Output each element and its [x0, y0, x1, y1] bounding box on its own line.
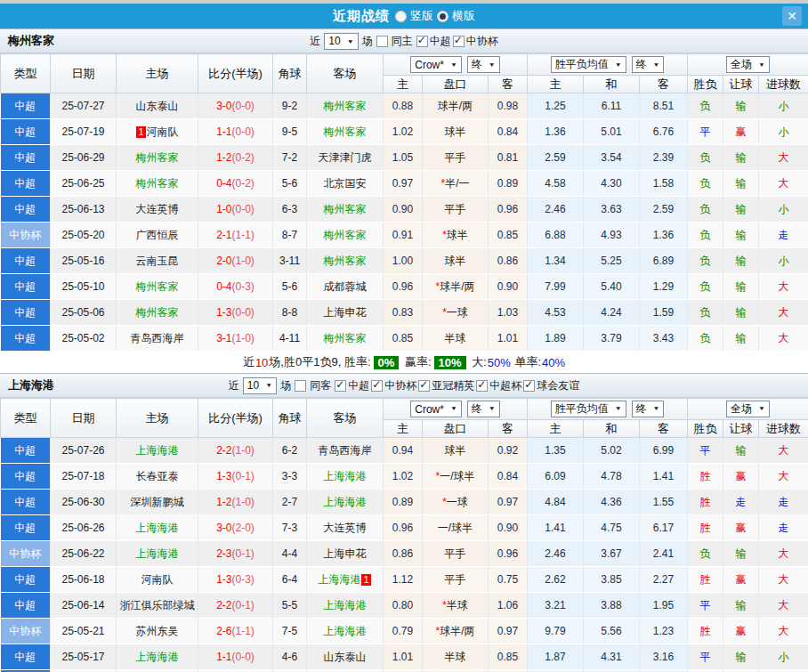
sub-col-goals: 进球数 [759, 420, 808, 438]
summary-part: 单率: [512, 354, 541, 370]
away-team-cell: 成都蓉城 [307, 274, 384, 300]
recent-count-select[interactable]: 10▼ [324, 33, 358, 50]
sub-col-home-odds: 主 [384, 76, 423, 93]
odds-company-select[interactable]: Crow*▼ [410, 401, 462, 417]
europe-lose-cell: 2.41 [640, 541, 688, 567]
layout-radio-selected[interactable] [437, 11, 448, 22]
europe-odds-header: 胜平负均值▼ 终▼ [528, 399, 688, 420]
europe-win-cell: 4.84 [528, 490, 584, 515]
europe-odds-select[interactable]: 胜平负均值▼ [551, 401, 626, 417]
handicap-cell: 平手 [423, 197, 489, 223]
europe-stage-select[interactable]: 终▼ [632, 401, 665, 417]
europe-win-cell: 2.46 [528, 541, 584, 567]
handicap-result-cell: 输 [723, 300, 759, 326]
date-cell: 25-06-18 [51, 567, 117, 593]
europe-draw-cell: 3.88 [584, 593, 640, 619]
scope-select[interactable]: 全场▼ [726, 401, 770, 417]
sub-col-win: 主 [528, 76, 584, 93]
handicap-cell: *球半 [423, 223, 489, 248]
away-team-cell: 梅州客家 [307, 119, 384, 145]
sub-col-result: 胜负 [688, 420, 723, 438]
summary-part: 10% [434, 356, 466, 369]
handicap-result-cell: 输 [723, 274, 759, 300]
home-odds-cell: 0.96 [384, 515, 423, 541]
chevron-down-icon: ▼ [489, 61, 496, 68]
same-venue-checkbox[interactable] [295, 380, 306, 392]
home-team-cell: 青岛西海岸 [117, 326, 198, 352]
away-odds-cell: 0.85 [489, 644, 528, 670]
league-checkbox[interactable] [335, 380, 346, 392]
recent-count-select[interactable]: 10▼ [243, 377, 277, 394]
away-odds-cell: 0.85 [489, 223, 528, 248]
handicap-cell: 球半 [423, 438, 489, 464]
asterisk-icon: * [442, 229, 447, 241]
handicap-cell: 一/球半 [423, 515, 489, 541]
score-cell: 2-2(1-0) [198, 438, 273, 464]
corner-cell: 9-5 [273, 119, 307, 145]
layout-radio-group: 竖版横版 [395, 8, 475, 24]
league-type-cell: 中超 [1, 515, 51, 541]
home-odds-cell: 1.00 [384, 248, 423, 274]
league-type-cell: 中超 [1, 464, 51, 490]
home-team-cell: 云南玉昆 [117, 248, 198, 274]
same-venue-label: 同主 [392, 34, 413, 49]
match-row: 中超25-05-16云南玉昆2-0(1-0)3-11梅州客家1.00球半0.86… [1, 248, 808, 274]
away-odds-cell: 0.89 [489, 171, 528, 197]
games-label: 场 [362, 34, 373, 49]
league-checkbox[interactable] [371, 380, 383, 392]
chevron-down-icon: ▼ [758, 61, 765, 68]
sub-col-result: 胜负 [688, 76, 723, 93]
goals-result-cell: 大 [759, 274, 808, 300]
europe-win-cell: 2.59 [528, 145, 584, 171]
near-label: 近 [310, 34, 320, 49]
europe-odds-select[interactable]: 胜平负均值▼ [551, 56, 626, 73]
league-checkbox[interactable] [453, 36, 465, 47]
europe-lose-cell: 3.16 [640, 644, 688, 670]
score-cell: 3-0(2-0) [198, 515, 273, 541]
goals-result-cell: 小 [759, 248, 808, 274]
handicap-cell: *半球 [423, 593, 489, 619]
scope-select[interactable]: 全场▼ [726, 56, 770, 73]
league-checkbox[interactable] [416, 36, 428, 47]
match-row: 中超25-05-17上海海港1-1(0-0)4-6山东泰山1.01半球0.851… [1, 644, 808, 670]
layout-radio-option[interactable] [395, 11, 407, 22]
odds-stage-select[interactable]: 终▼ [467, 401, 500, 417]
league-checkbox[interactable] [476, 380, 488, 392]
handicap-cell: *球半/两 [423, 274, 489, 300]
away-team-cell: 上海申花 [307, 541, 384, 567]
same-venue-checkbox[interactable] [376, 36, 388, 47]
summary-part: 近 [243, 354, 255, 370]
col-away: 客场 [307, 399, 384, 438]
result-cell: 平 [688, 593, 723, 619]
match-row: 中超25-06-14浙江俱乐部绿城2-2(0-1)5-5上海海港0.80*半球1… [1, 593, 808, 619]
date-cell: 25-07-18 [51, 464, 117, 490]
record-summary: 近10场,胜0平1负9, 胜率:0% 赢率:10% 大:50% 单率:40% [0, 352, 808, 373]
match-row: 中超25-06-25梅州客家0-4(0-2)5-6北京国安0.97*半/一0.8… [1, 171, 808, 197]
europe-stage-select[interactable]: 终▼ [632, 56, 665, 73]
europe-draw-cell: 4.78 [584, 464, 640, 490]
layout-radio-label[interactable]: 横版 [452, 8, 475, 24]
team-name: 梅州客家 [8, 33, 54, 49]
layout-radio-label[interactable]: 竖版 [410, 8, 433, 24]
corner-cell: 4-4 [273, 541, 307, 567]
league-type-cell: 中超 [1, 567, 51, 593]
league-checkbox[interactable] [523, 380, 535, 392]
corner-cell: 5-6 [273, 171, 307, 197]
handicap-cell: 平手 [423, 567, 489, 593]
europe-win-cell: 1.41 [528, 515, 584, 541]
handicap-result-cell: 输 [723, 326, 759, 352]
home-team-cell: 上海海港 [117, 541, 198, 567]
odds-stage-select[interactable]: 终▼ [467, 56, 500, 73]
sub-col-lose: 客 [640, 76, 688, 93]
league-checkbox[interactable] [418, 380, 430, 392]
score-cell: 2-2(0-1) [198, 593, 273, 619]
league-type-cell: 中超 [1, 300, 51, 326]
goals-result-cell: 小 [759, 644, 808, 670]
home-odds-cell: 0.90 [384, 197, 423, 223]
result-cell: 负 [688, 223, 723, 248]
close-button[interactable]: ✕ [782, 6, 802, 26]
league-type-cell: 中超 [1, 197, 51, 223]
odds-company-select[interactable]: Crow*▼ [410, 56, 462, 73]
rank-badge: 1 [136, 126, 145, 138]
europe-lose-cell: 1.59 [640, 300, 688, 326]
